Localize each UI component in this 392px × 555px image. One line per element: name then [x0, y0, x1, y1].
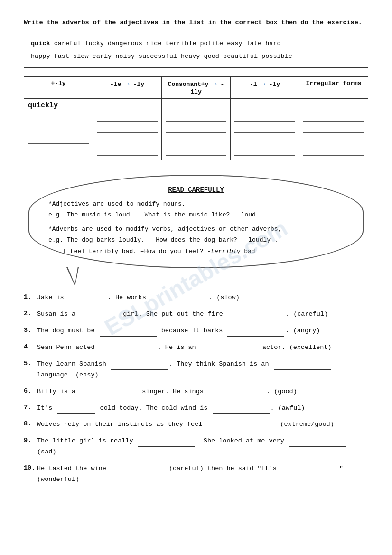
cell-col2	[93, 99, 162, 160]
exercise-text-9: The little girl is really . She looked a…	[37, 435, 368, 458]
col-header-2: -le → -ly	[93, 77, 162, 99]
exercise-num-3: 3.	[24, 325, 37, 336]
italic-terribly: -terribly	[207, 248, 240, 255]
bubble-line-2: e.g. The music is loud. – What is the mu…	[48, 209, 344, 220]
exercise-num-4: 4.	[24, 342, 37, 353]
first-word: quick	[31, 40, 50, 47]
bubble-title: READ CAREFULLY	[48, 186, 344, 194]
exercise-num-5: 5.	[24, 358, 37, 369]
blank-7a	[57, 403, 95, 414]
bubble-line-1: *Adjectives are used to modify nouns.	[48, 198, 344, 209]
blank-10b	[281, 463, 338, 474]
blank-4b	[201, 342, 258, 353]
blank-1b	[151, 292, 208, 303]
exercise-num-7: 7.	[24, 403, 37, 414]
blank-1a	[69, 292, 107, 303]
exercise-text-7: It's cold today. The cold wind is . (awf…	[37, 403, 368, 414]
blank-6a	[80, 386, 137, 397]
blank-8	[203, 419, 279, 430]
exercise-item-8: 8. Wolves rely on their instincts as the…	[24, 419, 368, 430]
word-list-line2: happy fast slow early noisy successful h…	[31, 53, 292, 60]
word-box: quick careful lucky dangerous nice terri…	[24, 32, 368, 68]
cell-col4	[231, 99, 299, 160]
blank-5a	[111, 358, 168, 370]
speech-bubble: READ CAREFULLY *Adjectives are used to m…	[28, 175, 364, 268]
exercise-item-7: 7. It's cold today. The cold wind is . (…	[24, 403, 368, 414]
col-header-1: +-ly	[24, 77, 93, 99]
exercise-item-5: 5. They learn Spanish . They think Spani…	[24, 358, 368, 381]
exercise-num-6: 6.	[24, 386, 37, 397]
exercise-item-10: 10. He tasted the wine (careful) then he…	[24, 463, 368, 485]
exercise-text-10: He tasted the wine (careful) then he sai…	[37, 463, 368, 485]
exercise-text-4: Sean Penn acted . He is an actor. (excel…	[37, 342, 368, 353]
col-header-4: -l → -ly	[231, 77, 299, 99]
adverb-table: +-ly -le → -ly Consonant+y → -ily -l → -…	[24, 76, 368, 160]
exercise-item-9: 9. The little girl is really . She looke…	[24, 435, 368, 458]
blank-3a	[100, 325, 157, 337]
blank-4a	[100, 342, 157, 353]
exercise-num-2: 2.	[24, 309, 37, 320]
word-list-line1: careful lucky dangerous nice terrible po…	[54, 40, 281, 47]
instruction: Write the adverbs of the adjectives in t…	[24, 19, 368, 26]
exercise-num-8: 8.	[24, 419, 37, 430]
bubble-line-3: *Adverbs are used to modify verbs, adjec…	[48, 224, 344, 235]
speech-bubble-wrapper: READ CAREFULLY *Adjectives are used to m…	[24, 175, 368, 268]
exercise-text-6: Billy is a singer. He sings . (good)	[37, 386, 368, 397]
exercise-item-6: 6. Billy is a singer. He sings . (good)	[24, 386, 368, 397]
exercise-num-10: 10.	[24, 463, 37, 474]
blank-10a	[111, 463, 168, 474]
exercise-text-8: Wolves rely on their instincts as they f…	[37, 419, 368, 430]
blank-9b	[289, 435, 346, 447]
col-header-3: Consonant+y → -ily	[162, 77, 231, 99]
bubble-line-5: I feel terribly bad. –How do you feel? -…	[48, 246, 344, 257]
blank-9a	[138, 435, 195, 447]
blank-5b	[274, 358, 331, 370]
exercise-item-1: 1. Jake is . He works . (slow)	[24, 292, 368, 303]
bubble-tail-inner	[67, 266, 78, 284]
col-header-5: Irregular forms	[299, 77, 368, 99]
bubble-line-4: e.g. The dog barks loudly. – How does th…	[48, 235, 344, 245]
blank-6b	[208, 386, 265, 397]
cell-col1: quickly	[24, 99, 93, 160]
exercise-text-2: Susan is a girl. She put out the fire . …	[37, 309, 368, 320]
exercise-text-1: Jake is . He works . (slow)	[37, 292, 368, 303]
blank-7b	[213, 403, 270, 414]
exercises: 1. Jake is . He works . (slow) 2. Susan …	[24, 292, 368, 485]
cell-col5	[299, 99, 368, 160]
blank-2a	[80, 309, 118, 320]
cell-col3	[162, 99, 231, 160]
bubble-text: *Adjectives are used to modify nouns. e.…	[48, 198, 344, 257]
blank-3b	[227, 325, 284, 337]
blank-2b	[228, 309, 285, 320]
exercise-num-9: 9.	[24, 435, 37, 446]
exercise-item-2: 2. Susan is a girl. She put out the fire…	[24, 309, 368, 320]
exercise-num-1: 1.	[24, 292, 37, 303]
exercise-text-5: They learn Spanish . They think Spanish …	[37, 358, 368, 381]
exercise-item-4: 4. Sean Penn acted . He is an actor. (ex…	[24, 342, 368, 353]
example-word: quickly	[28, 102, 89, 110]
exercise-item-3: 3. The dog must be because it barks . (a…	[24, 325, 368, 337]
exercise-text-3: The dog must be because it barks . (angr…	[37, 325, 368, 337]
